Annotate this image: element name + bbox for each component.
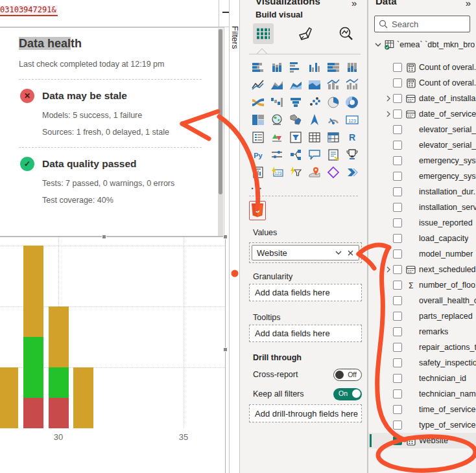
scrollbar-thumb[interactable]	[219, 29, 222, 194]
donut-chart-icon[interactable]	[342, 93, 361, 111]
granularity-well[interactable]: Add data fields here	[249, 284, 362, 301]
field-checkbox[interactable]	[393, 125, 402, 134]
metrics-icon[interactable]	[342, 146, 361, 163]
matrix-icon[interactable]	[324, 128, 342, 146]
card-scrollbar[interactable]	[218, 29, 223, 236]
power-apps-icon[interactable]	[324, 163, 342, 181]
stacked-bar-chart-icon[interactable]	[248, 58, 267, 76]
field-checkbox[interactable]	[393, 265, 402, 274]
100-stacked-area-chart-icon[interactable]	[305, 76, 324, 93]
resize-handle[interactable]	[223, 235, 228, 239]
stacked-area-chart-icon[interactable]	[286, 76, 305, 93]
paginated-report-icon[interactable]	[248, 163, 267, 181]
decomposition-tree-icon[interactable]	[286, 146, 305, 163]
filled-map-icon[interactable]	[286, 111, 305, 128]
r-script-visual-icon[interactable]: R	[342, 128, 361, 146]
chevron-right-icon[interactable]	[384, 94, 393, 103]
table-tree-root[interactable]: `emea` `dbt_mkn_bron..	[374, 38, 475, 52]
filters-pane-collapsed[interactable]: Filters	[229, 0, 240, 473]
field-checkbox[interactable]	[393, 234, 402, 243]
treemap-icon[interactable]	[248, 111, 267, 128]
more-visuals-button[interactable]: ...	[251, 180, 263, 191]
collapse-pane-icon[interactable]: »	[351, 0, 357, 8]
100-stacked-column-chart-icon[interactable]	[342, 58, 361, 76]
field-checkbox[interactable]	[393, 78, 402, 87]
chevron-down-icon[interactable]	[374, 40, 383, 49]
field-checkbox[interactable]	[393, 156, 402, 165]
stacked-column-chart-icon[interactable]	[267, 58, 286, 76]
bar-segment[interactable]	[49, 367, 69, 398]
field-checkbox[interactable]	[393, 63, 402, 72]
field-row-repair-actions-t-[interactable]: repair_actions_t.	[368, 340, 476, 355]
collapse-pane-icon[interactable]: »	[466, 0, 471, 8]
resize-handle[interactable]	[102, 235, 106, 239]
field-row-load-capacity[interactable]: load_capacity	[368, 231, 476, 246]
stacked-column-chart-visual[interactable]: 3035	[0, 236, 226, 473]
keep-all-filters-toggle[interactable]: On	[333, 388, 362, 400]
field-row-website[interactable]: Website	[368, 433, 476, 448]
gauge-icon[interactable]	[324, 111, 342, 128]
field-row-remarks[interactable]: remarks	[368, 324, 476, 340]
field-checkbox[interactable]	[393, 281, 402, 290]
multi-row-card-icon[interactable]	[248, 128, 267, 146]
search-input[interactable]	[390, 19, 462, 30]
funnel-chart-icon[interactable]	[286, 93, 305, 111]
field-checkbox[interactable]	[393, 389, 402, 398]
power-automate-icon[interactable]	[342, 163, 361, 181]
field-checkbox[interactable]	[393, 203, 402, 212]
field-row-elevator-serial-[interactable]: elevator_serial_..	[368, 137, 476, 153]
tab-format-visual[interactable]	[294, 23, 315, 44]
field-checkbox[interactable]	[393, 405, 402, 414]
azure-map-icon[interactable]	[305, 111, 324, 128]
bar-segment[interactable]	[49, 306, 69, 367]
field-checkbox[interactable]	[393, 296, 402, 305]
field-row-safety-inspectio-[interactable]: safety_inspectio.	[368, 355, 476, 371]
field-checkbox[interactable]	[393, 358, 402, 367]
field-checkbox[interactable]	[393, 249, 402, 259]
search-box[interactable]	[374, 16, 470, 32]
bar-segment[interactable]	[49, 398, 69, 428]
field-checkbox[interactable]	[393, 218, 402, 227]
slicer-new-icon[interactable]	[286, 163, 305, 181]
field-checkbox[interactable]	[393, 172, 402, 181]
html5-custom-visual-icon[interactable]: 5	[249, 201, 266, 220]
field-row-number-of-floo-[interactable]: Σnumber_of_floo.	[368, 277, 476, 293]
field-checkbox[interactable]	[393, 94, 402, 103]
field-row-issue-reported[interactable]: issue_reported	[368, 215, 476, 231]
ribbon-chart-icon[interactable]	[248, 93, 267, 111]
100-stacked-bar-chart-icon[interactable]	[324, 58, 342, 76]
field-checkbox[interactable]	[393, 110, 402, 119]
values-well[interactable]: Website	[249, 242, 362, 263]
field-checkbox[interactable]	[393, 141, 402, 150]
field-row-parts-replaced[interactable]: parts_replaced	[368, 308, 476, 324]
bar-segment[interactable]	[0, 367, 18, 428]
card-new-icon[interactable]: 123	[267, 163, 286, 181]
clustered-bar-chart-icon[interactable]	[286, 58, 305, 76]
field-row-time-of-service[interactable]: time_of_service	[368, 402, 476, 417]
field-row-emergency-syst-[interactable]: emergency_syst.	[368, 168, 476, 184]
area-chart-icon[interactable]	[267, 76, 286, 93]
pie-chart-icon[interactable]	[324, 93, 342, 111]
tooltips-well[interactable]: Add data fields here	[249, 325, 362, 342]
field-row-installation-serv-[interactable]: installation_serv.	[368, 200, 476, 215]
bar-segment[interactable]	[23, 337, 43, 398]
field-row-model-number[interactable]: model_number	[368, 246, 476, 262]
waterfall-chart-icon[interactable]	[267, 93, 286, 111]
clustered-column-chart-icon[interactable]	[305, 58, 324, 76]
field-pill-website[interactable]: Website	[252, 245, 359, 260]
resize-handle[interactable]	[223, 347, 228, 352]
slicer-icon[interactable]	[286, 128, 305, 146]
bar-segment[interactable]	[73, 367, 93, 428]
cross-report-toggle[interactable]: Off	[333, 369, 362, 381]
smart-narrative-icon[interactable]	[324, 146, 342, 163]
map-icon[interactable]	[267, 111, 286, 128]
field-row-technician-id[interactable]: technician_id	[368, 371, 476, 386]
field-row-elevator-serial-[interactable]: elevator_serial_..	[368, 122, 476, 137]
chevron-down-icon[interactable]	[333, 247, 344, 259]
field-checkbox[interactable]	[393, 312, 402, 321]
field-checkbox[interactable]	[393, 327, 402, 336]
field-checkbox[interactable]	[393, 343, 402, 352]
bar-segment[interactable]	[23, 246, 43, 337]
chevron-right-icon[interactable]	[384, 265, 393, 274]
field-checkbox[interactable]	[393, 421, 402, 430]
